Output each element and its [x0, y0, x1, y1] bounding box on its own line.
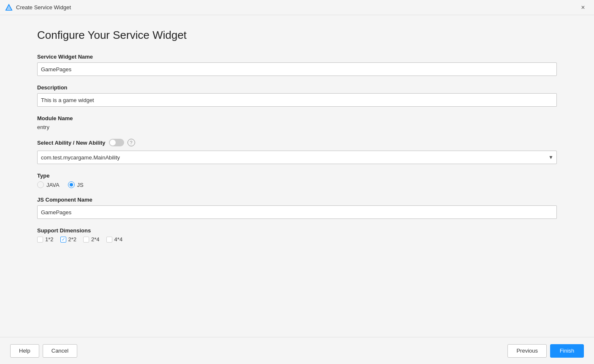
description-group: Description — [37, 84, 557, 107]
ability-toggle[interactable] — [109, 139, 124, 146]
page-title: Configure Your Service Widget — [37, 29, 557, 42]
module-name-group: Module Name entry — [37, 115, 557, 130]
help-button[interactable]: Help — [10, 344, 39, 358]
app-logo-icon — [5, 4, 13, 11]
ability-help-icon[interactable]: ? — [127, 139, 135, 146]
type-label: Type — [37, 173, 557, 179]
support-dimensions-group: Support Dimensions 1*2 ✓ 2*2 2*4 — [37, 227, 557, 243]
ability-select-wrapper: com.test.mycargame.MainAbility ▼ — [37, 151, 557, 164]
footer: Help Cancel Previous Finish — [0, 337, 594, 364]
js-component-name-group: JS Component Name — [37, 197, 557, 219]
radio-js-inner — [70, 183, 73, 186]
footer-right: Previous Finish — [507, 344, 584, 358]
dim-4x4-checkbox — [106, 237, 112, 243]
module-name-value: entry — [37, 124, 49, 130]
radio-java[interactable]: JAVA — [37, 181, 60, 188]
window: Create Service Widget × Configure Your S… — [0, 0, 594, 364]
module-name-label: Module Name — [37, 115, 557, 121]
dim-1x2-label: 1*2 — [45, 236, 54, 243]
js-component-name-label: JS Component Name — [37, 197, 557, 203]
dim-2x2-check-icon: ✓ — [62, 237, 65, 242]
description-input[interactable] — [37, 93, 557, 107]
dim-4x4-label: 4*4 — [114, 236, 123, 243]
select-ability-group: Select Ability / New Ability ? com.test.… — [37, 139, 557, 164]
dim-2x2-item[interactable]: ✓ 2*2 — [60, 236, 77, 243]
radio-js-outer — [68, 181, 75, 188]
radio-js[interactable]: JS — [68, 181, 84, 188]
main-content: Configure Your Service Widget Service Wi… — [0, 15, 594, 337]
finish-button[interactable]: Finish — [550, 344, 584, 358]
title-bar-title: Create Service Widget — [16, 4, 577, 11]
ability-row: Select Ability / New Ability ? — [37, 139, 557, 146]
dim-2x4-label: 2*4 — [91, 236, 100, 243]
dim-1x2-item[interactable]: 1*2 — [37, 236, 54, 243]
support-dimensions-label: Support Dimensions — [37, 227, 557, 234]
radio-java-label: JAVA — [46, 182, 60, 188]
dim-2x4-item[interactable]: 2*4 — [83, 236, 100, 243]
cancel-button[interactable]: Cancel — [43, 344, 77, 358]
ability-select[interactable]: com.test.mycargame.MainAbility — [37, 151, 557, 164]
description-label: Description — [37, 84, 557, 91]
dimensions-checkbox-group: 1*2 ✓ 2*2 2*4 4*4 — [37, 236, 557, 243]
service-widget-name-input[interactable] — [37, 62, 557, 76]
footer-left: Help Cancel — [10, 344, 77, 358]
service-widget-name-group: Service Widget Name — [37, 54, 557, 76]
close-button[interactable]: × — [577, 2, 589, 13]
radio-js-label: JS — [77, 182, 84, 188]
select-ability-label: Select Ability / New Ability — [37, 140, 106, 146]
dim-2x4-checkbox — [83, 237, 89, 243]
dim-4x4-item[interactable]: 4*4 — [106, 236, 123, 243]
radio-java-outer — [37, 181, 44, 188]
dim-1x2-checkbox — [37, 237, 43, 243]
title-bar: Create Service Widget × — [0, 0, 594, 15]
previous-button[interactable]: Previous — [507, 344, 547, 358]
dim-2x2-label: 2*2 — [68, 236, 77, 243]
type-group: Type JAVA JS — [37, 173, 557, 188]
type-radio-group: JAVA JS — [37, 181, 557, 188]
js-component-name-input[interactable] — [37, 205, 557, 219]
service-widget-name-label: Service Widget Name — [37, 54, 557, 60]
dim-2x2-checkbox: ✓ — [60, 237, 66, 243]
